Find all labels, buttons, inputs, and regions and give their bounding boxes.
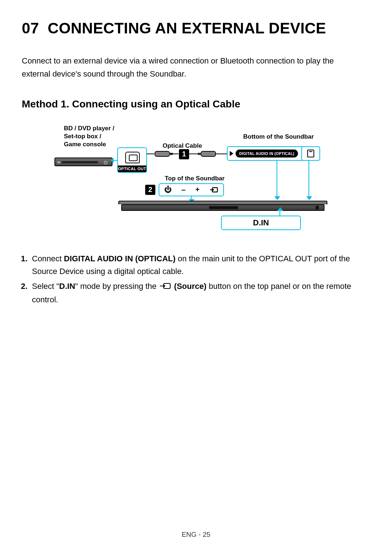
step-bold: (Source): [174, 282, 207, 291]
instruction-steps: Connect DIGITAL AUDIO IN (OPTICAL) on th…: [30, 252, 367, 306]
cable-segment: [170, 154, 179, 154]
leader-line: [309, 161, 309, 199]
leader-arrow-up-icon: [277, 207, 283, 211]
source-device-icon: [54, 158, 113, 166]
din-mode-callout: D.IN: [221, 216, 301, 230]
bottom-of-soundbar-label: Bottom of the Soundbar: [243, 133, 314, 141]
step-text: Connect: [32, 254, 64, 263]
section-title-text: CONNECTING AN EXTERNAL DEVICE: [48, 20, 326, 37]
step-text: " mode by pressing the: [75, 282, 159, 291]
optical-plug-right-icon: [201, 151, 216, 157]
arrow-right-icon: [230, 151, 233, 156]
step-1-badge: 1: [179, 149, 189, 159]
page-footer: ENG - 25: [0, 531, 392, 539]
step-bold: DIGITAL AUDIO IN (OPTICAL): [64, 254, 176, 263]
leader-line: [279, 210, 280, 216]
source-button-icon: [159, 281, 171, 293]
method-heading: Method 1. Connecting using an Optical Ca…: [22, 98, 370, 110]
source-label-line1: BD / DVD player /: [64, 124, 129, 132]
soundbar-icon: [118, 201, 327, 214]
soundbar-top-buttons-callout: ⏻ – +: [159, 183, 224, 196]
optical-plug-left-icon: [155, 151, 170, 157]
step-2-badge: 2: [145, 185, 155, 195]
step-bold: D.IN: [59, 282, 75, 291]
power-icon: ⏻: [164, 185, 172, 194]
digital-audio-in-pill: DIGITAL AUDIO IN (OPTICAL): [236, 150, 298, 158]
connection-diagram: BD / DVD player / Set-top box / Game con…: [47, 122, 345, 238]
top-of-soundbar-label: Top of the Soundbar: [165, 175, 225, 183]
page: 07CONNECTING AN EXTERNAL DEVICE Connect …: [0, 0, 392, 556]
step-1: Connect DIGITAL AUDIO IN (OPTICAL) on th…: [30, 252, 367, 278]
leader-arrow-down-icon: [274, 196, 280, 200]
source-device-label: BD / DVD player / Set-top box / Game con…: [64, 124, 129, 148]
source-button-icon: [209, 186, 218, 193]
usb-icon: [306, 149, 315, 158]
optical-port-icon: [125, 152, 140, 163]
leader-line: [277, 161, 277, 199]
volume-up-icon: +: [195, 185, 200, 194]
cable-segment: [147, 154, 154, 154]
step-text: Select ": [32, 282, 59, 291]
optical-out-port-callout: OPTICAL OUT: [117, 147, 147, 173]
source-label-line2: Set-top box /: [64, 132, 129, 140]
intro-text: Connect to an external device via a wire…: [22, 54, 363, 81]
section-number: 07: [22, 20, 39, 37]
optical-cable-label: Optical Cable: [163, 142, 202, 150]
usb-port-callout: [301, 146, 320, 161]
leader-arrow-down-icon: [306, 196, 312, 200]
cable-segment: [216, 154, 227, 154]
optical-out-text: OPTICAL OUT: [118, 165, 146, 172]
section-title: 07CONNECTING AN EXTERNAL DEVICE: [22, 20, 370, 37]
step-2: Select "D.IN" mode by pressing the (Sour…: [30, 280, 367, 306]
volume-down-icon: –: [181, 185, 185, 194]
optical-out-leader-arrow: [110, 158, 114, 163]
svg-rect-0: [307, 150, 314, 157]
